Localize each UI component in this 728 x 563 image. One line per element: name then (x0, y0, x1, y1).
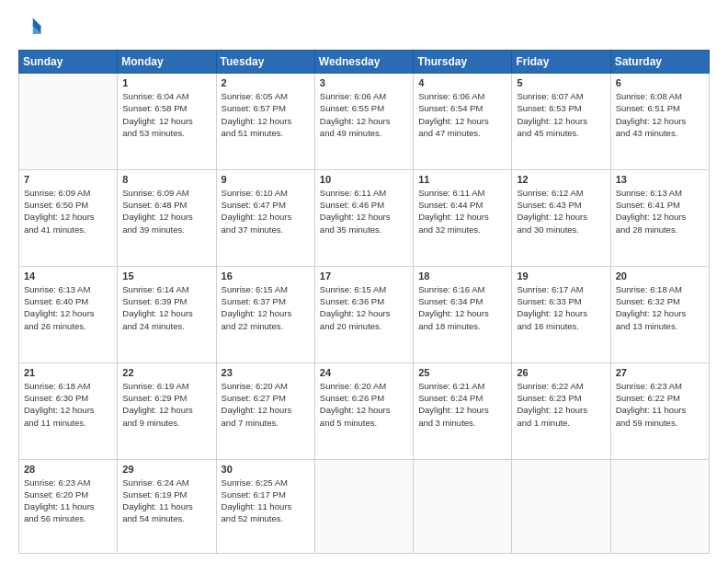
cell-line: Sunrise: 6:09 AM (122, 187, 210, 199)
cell-line: Daylight: 12 hours (320, 307, 408, 319)
cell-line: Sunset: 6:40 PM (24, 295, 112, 307)
day-number: 25 (418, 367, 506, 378)
cell-line: and 53 minutes. (122, 127, 210, 139)
cell-line: Daylight: 12 hours (616, 115, 704, 127)
cell-line: and 24 minutes. (122, 320, 210, 332)
day-number: 29 (122, 464, 210, 475)
cell-line: and 28 minutes. (616, 224, 704, 236)
cell-line: and 20 minutes. (320, 320, 408, 332)
cell-line: and 45 minutes. (517, 127, 605, 139)
day-header-tuesday: Tuesday (216, 51, 314, 74)
calendar-cell: 15Sunrise: 6:14 AMSunset: 6:39 PMDayligh… (118, 266, 216, 362)
day-number: 7 (24, 174, 112, 185)
cell-line: and 43 minutes. (616, 127, 704, 139)
cell-line: and 1 minute. (517, 417, 605, 429)
cell-line: Sunrise: 6:08 AM (616, 90, 704, 102)
cell-line: and 56 minutes. (24, 512, 112, 524)
day-number: 24 (320, 367, 408, 378)
cell-line: Daylight: 12 hours (24, 307, 112, 319)
cell-line: and 35 minutes. (320, 224, 408, 236)
cell-line: and 9 minutes. (122, 417, 210, 429)
calendar-cell: 8Sunrise: 6:09 AMSunset: 6:48 PMDaylight… (118, 169, 216, 266)
cell-line: Sunset: 6:27 PM (222, 392, 310, 404)
cell-line: Sunset: 6:29 PM (122, 392, 210, 404)
cell-line: and 49 minutes. (320, 127, 408, 139)
cell-line: Daylight: 12 hours (122, 211, 210, 223)
calendar-cell: 7Sunrise: 6:09 AMSunset: 6:50 PMDaylight… (19, 169, 118, 266)
cell-line: and 22 minutes. (222, 320, 310, 332)
day-number: 13 (616, 174, 704, 185)
cell-line: Sunrise: 6:22 AM (517, 380, 605, 392)
day-number: 16 (222, 270, 310, 282)
calendar-cell: 26Sunrise: 6:22 AMSunset: 6:23 PMDayligh… (512, 362, 610, 459)
cell-line: and 51 minutes. (222, 127, 310, 139)
day-number: 18 (418, 270, 506, 282)
calendar-cell: 25Sunrise: 6:21 AMSunset: 6:24 PMDayligh… (414, 362, 512, 459)
cell-line: and 37 minutes. (222, 224, 310, 236)
cell-line: Sunrise: 6:14 AM (122, 283, 210, 295)
calendar-cell: 28Sunrise: 6:23 AMSunset: 6:20 PMDayligh… (19, 459, 118, 554)
day-number: 2 (222, 77, 310, 88)
day-number: 28 (24, 464, 112, 475)
cell-line: Sunset: 6:39 PM (122, 295, 210, 307)
cell-line: Sunset: 6:22 PM (616, 392, 704, 404)
cell-line: Daylight: 12 hours (24, 404, 112, 416)
calendar-cell (512, 459, 610, 554)
cell-line: Sunset: 6:58 PM (122, 102, 210, 114)
day-number: 19 (517, 270, 605, 282)
cell-line: Sunrise: 6:06 AM (320, 90, 408, 102)
cell-line: Sunset: 6:36 PM (320, 295, 408, 307)
day-number: 10 (320, 174, 408, 185)
calendar-cell: 21Sunrise: 6:18 AMSunset: 6:30 PMDayligh… (19, 362, 118, 459)
cell-line: Sunrise: 6:13 AM (616, 187, 704, 199)
day-header-saturday: Saturday (610, 51, 709, 74)
week-row-3: 14Sunrise: 6:13 AMSunset: 6:40 PMDayligh… (19, 266, 710, 362)
cell-line: Sunrise: 6:10 AM (222, 187, 310, 199)
cell-line: Sunset: 6:46 PM (320, 199, 408, 211)
calendar-cell: 29Sunrise: 6:24 AMSunset: 6:19 PMDayligh… (118, 459, 216, 554)
week-row-1: 1Sunrise: 6:04 AMSunset: 6:58 PMDaylight… (19, 74, 710, 170)
cell-line: Daylight: 12 hours (122, 115, 210, 127)
cell-line: Daylight: 12 hours (122, 404, 210, 416)
cell-line: and 3 minutes. (418, 417, 506, 429)
cell-line: Daylight: 12 hours (418, 211, 506, 223)
cell-line: Sunrise: 6:07 AM (517, 90, 605, 102)
cell-line: Sunset: 6:34 PM (418, 295, 506, 307)
cell-line: Daylight: 12 hours (517, 115, 605, 127)
cell-line: Sunrise: 6:06 AM (418, 90, 506, 102)
calendar-cell: 12Sunrise: 6:12 AMSunset: 6:43 PMDayligh… (512, 169, 610, 266)
cell-line: Daylight: 12 hours (222, 404, 310, 416)
logo-icon (18, 15, 44, 40)
cell-line: Daylight: 12 hours (222, 307, 310, 319)
cell-line: and 7 minutes. (222, 417, 310, 429)
cell-line: Sunrise: 6:12 AM (517, 187, 605, 199)
cell-line: Daylight: 12 hours (122, 307, 210, 319)
day-header-wednesday: Wednesday (314, 51, 413, 74)
day-number: 6 (616, 77, 704, 88)
calendar-table: SundayMondayTuesdayWednesdayThursdayFrid… (18, 50, 710, 554)
cell-line: Daylight: 12 hours (517, 211, 605, 223)
cell-line: Sunset: 6:57 PM (222, 102, 310, 114)
calendar-cell: 18Sunrise: 6:16 AMSunset: 6:34 PMDayligh… (414, 266, 512, 362)
cell-line: Sunrise: 6:05 AM (222, 90, 310, 102)
cell-line: and 32 minutes. (418, 224, 506, 236)
cell-line: Daylight: 12 hours (517, 307, 605, 319)
cell-line: Daylight: 12 hours (320, 404, 408, 416)
cell-line: Sunset: 6:17 PM (222, 488, 310, 500)
calendar-cell (19, 74, 118, 170)
page: SundayMondayTuesdayWednesdayThursdayFrid… (0, 0, 728, 563)
cell-line: Sunrise: 6:20 AM (222, 380, 310, 392)
week-row-2: 7Sunrise: 6:09 AMSunset: 6:50 PMDaylight… (19, 169, 710, 266)
cell-line: and 39 minutes. (122, 224, 210, 236)
cell-line: Daylight: 11 hours (24, 500, 112, 512)
day-header-sunday: Sunday (19, 51, 118, 74)
calendar-cell: 11Sunrise: 6:11 AMSunset: 6:44 PMDayligh… (414, 169, 512, 266)
cell-line: Daylight: 11 hours (616, 404, 704, 416)
day-header-monday: Monday (118, 51, 216, 74)
cell-line: Sunset: 6:30 PM (24, 392, 112, 404)
calendar-cell: 20Sunrise: 6:18 AMSunset: 6:32 PMDayligh… (610, 266, 709, 362)
cell-line: Sunrise: 6:13 AM (24, 283, 112, 295)
cell-line: and 52 minutes. (222, 512, 310, 524)
cell-line: Sunrise: 6:23 AM (24, 477, 112, 488)
calendar-cell: 17Sunrise: 6:15 AMSunset: 6:36 PMDayligh… (314, 266, 413, 362)
